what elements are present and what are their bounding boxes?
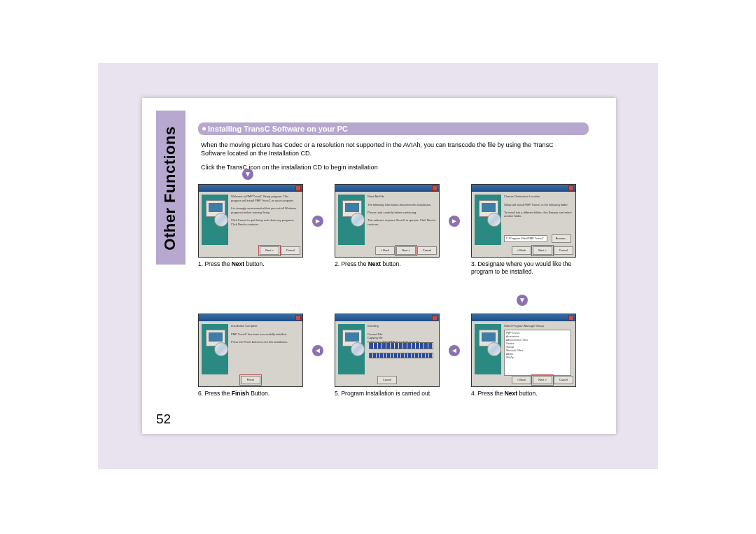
step-2: Read Me FileThe following information de… bbox=[335, 184, 440, 268]
screenshot-program-group: Select Program Manager Group PMP TransCA… bbox=[471, 314, 576, 387]
next-button[interactable]: Next > bbox=[396, 246, 416, 255]
step-caption: 1. Press the Next button. bbox=[198, 260, 303, 268]
window-titlebar bbox=[199, 185, 302, 192]
window-titlebar bbox=[472, 314, 575, 321]
browse-button[interactable]: Browse... bbox=[552, 234, 571, 243]
cancel-button[interactable]: Cancel bbox=[417, 246, 437, 255]
dialog-button-row: Cancel bbox=[377, 376, 397, 384]
progress-bar bbox=[369, 342, 433, 349]
screenshot-installing: InstallingCurrent File:Copying file:C:\P… bbox=[335, 314, 440, 387]
screenshot-welcome: Welcome to PMP TransC Setup program. Thi… bbox=[198, 184, 303, 258]
dialog-button-row: Next > Cancel bbox=[260, 246, 300, 255]
step-1: Welcome to PMP TransC Setup program. Thi… bbox=[198, 184, 303, 268]
wizard-body-text: Welcome to PMP TransC Setup program. Thi… bbox=[231, 195, 300, 245]
step-5: InstallingCurrent File:Copying file:C:\P… bbox=[335, 314, 440, 398]
arrow-down-icon: ▼ bbox=[517, 295, 528, 306]
back-button[interactable]: < Back bbox=[512, 246, 531, 255]
window-titlebar bbox=[335, 185, 439, 192]
cancel-button[interactable]: Cancel bbox=[554, 376, 573, 384]
next-button[interactable]: Next > bbox=[260, 246, 279, 255]
dialog-button-row: Finish bbox=[241, 376, 260, 384]
intro-paragraph-2: Click the TransC icon on the installatio… bbox=[201, 163, 579, 171]
window-titlebar bbox=[199, 314, 302, 321]
window-titlebar bbox=[472, 185, 575, 192]
arrow-right-icon: ► bbox=[312, 216, 323, 227]
step-caption: 6. Press the Finish Button. bbox=[198, 390, 303, 398]
wizard-body-text: InstallingCurrent File:Copying file:C:\P… bbox=[368, 324, 436, 374]
screenshot-complete: Installation CompletePMP TransC has been… bbox=[198, 314, 303, 387]
step-caption: 2. Press the Next button. bbox=[335, 260, 440, 268]
arrow-down-icon: ▼ bbox=[242, 169, 253, 180]
dialog-button-row: < Back Next > Cancel bbox=[512, 376, 573, 384]
content-area: Installing TransC Software on your PC Wh… bbox=[198, 122, 595, 415]
window-titlebar bbox=[335, 314, 439, 321]
destination-path-field: C:\Program Files\PMP TransC bbox=[504, 235, 547, 242]
progress-bar-all bbox=[369, 353, 433, 358]
cancel-button[interactable]: Cancel bbox=[281, 246, 300, 255]
page-background: Other Functions Installing TransC Softwa… bbox=[98, 63, 658, 469]
section-title: Other Functions bbox=[161, 115, 179, 262]
screenshot-destination: Choose Destination LocationSetup will in… bbox=[471, 184, 576, 258]
arrow-left-icon: ◄ bbox=[312, 345, 323, 356]
dialog-button-row: < Back Next > Cancel bbox=[375, 246, 437, 255]
step-4: Select Program Manager Group PMP TransCA… bbox=[471, 314, 576, 398]
heading: Installing TransC Software on your PC bbox=[198, 122, 589, 135]
cancel-button[interactable]: Cancel bbox=[377, 376, 397, 384]
arrow-left-icon: ◄ bbox=[449, 345, 460, 356]
page-number: 52 bbox=[156, 412, 171, 427]
wizard-body-text: Installation CompletePMP TransC has been… bbox=[231, 324, 300, 374]
screenshot-readme: Read Me FileThe following information de… bbox=[335, 184, 440, 258]
cancel-button[interactable]: Cancel bbox=[554, 246, 573, 255]
step-caption: 3. Designate where you would like the pr… bbox=[471, 260, 576, 276]
step-caption: 5. Program Installation is carried out. bbox=[335, 390, 440, 398]
program-group-listbox[interactable]: PMP TransCAccessoriesAdministrative Tool… bbox=[504, 330, 571, 376]
next-button[interactable]: Next > bbox=[533, 376, 552, 384]
back-button[interactable]: < Back bbox=[512, 376, 531, 384]
intro-paragraph-1: When the moving picture has Codec or a r… bbox=[201, 141, 579, 157]
steps-grid: ▼ ► ► ▼ ◄ ◄ Welcome to PMP TransC Setup … bbox=[198, 184, 597, 415]
finish-button[interactable]: Finish bbox=[241, 376, 260, 384]
step-6: Installation CompletePMP TransC has been… bbox=[198, 314, 303, 398]
step-3: Choose Destination LocationSetup will in… bbox=[471, 184, 576, 276]
arrow-right-icon: ► bbox=[449, 216, 460, 227]
back-button[interactable]: < Back bbox=[375, 246, 395, 255]
wizard-body-text: Read Me FileThe following information de… bbox=[368, 195, 436, 245]
next-button[interactable]: Next > bbox=[533, 246, 552, 255]
section-tab: Other Functions bbox=[156, 111, 186, 265]
manual-page: Other Functions Installing TransC Softwa… bbox=[142, 98, 616, 434]
step-caption: 4. Press the Next button. bbox=[471, 390, 576, 398]
dialog-button-row: < Back Next > Cancel bbox=[512, 246, 573, 255]
